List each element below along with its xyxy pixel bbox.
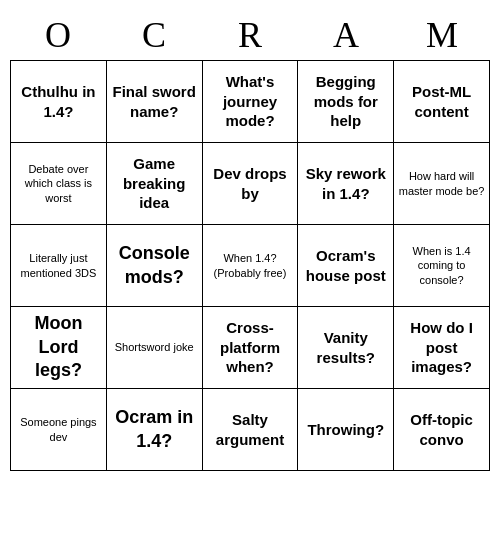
bingo-cell-21: Ocram in 1.4? [107,389,203,471]
bingo-cell-18: Vanity results? [298,307,394,389]
header-row: OCRAM [10,10,490,60]
header-letter-c: C [106,10,202,60]
bingo-cell-5: Debate over which class is worst [11,143,107,225]
bingo-cell-19: How do I post images? [394,307,490,389]
bingo-cell-12: When 1.4? (Probably free) [203,225,299,307]
bingo-cell-3: Begging mods for help [298,61,394,143]
bingo-cell-10: Literally just mentioned 3DS [11,225,107,307]
bingo-cell-14: When is 1.4 coming to console? [394,225,490,307]
bingo-cell-23: Throwing? [298,389,394,471]
bingo-cell-22: Salty argument [203,389,299,471]
bingo-cell-9: How hard will master mode be? [394,143,490,225]
bingo-cell-24: Off-topic convo [394,389,490,471]
bingo-cell-15: Moon Lord legs? [11,307,107,389]
bingo-cell-8: Sky rework in 1.4? [298,143,394,225]
bingo-cell-17: Cross-platform when? [203,307,299,389]
header-letter-m: M [394,10,490,60]
header-letter-a: A [298,10,394,60]
bingo-grid: Cthulhu in 1.4?Final sword name?What's j… [10,60,490,471]
bingo-cell-16: Shortsword joke [107,307,203,389]
bingo-cell-0: Cthulhu in 1.4? [11,61,107,143]
bingo-board: OCRAM Cthulhu in 1.4?Final sword name?Wh… [10,10,490,471]
bingo-cell-20: Someone pings dev [11,389,107,471]
bingo-cell-11: Console mods? [107,225,203,307]
bingo-cell-2: What's journey mode? [203,61,299,143]
bingo-cell-4: Post-ML content [394,61,490,143]
bingo-cell-13: Ocram's house post [298,225,394,307]
bingo-cell-7: Dev drops by [203,143,299,225]
header-letter-r: R [202,10,298,60]
header-letter-o: O [10,10,106,60]
bingo-cell-6: Game breaking idea [107,143,203,225]
bingo-cell-1: Final sword name? [107,61,203,143]
